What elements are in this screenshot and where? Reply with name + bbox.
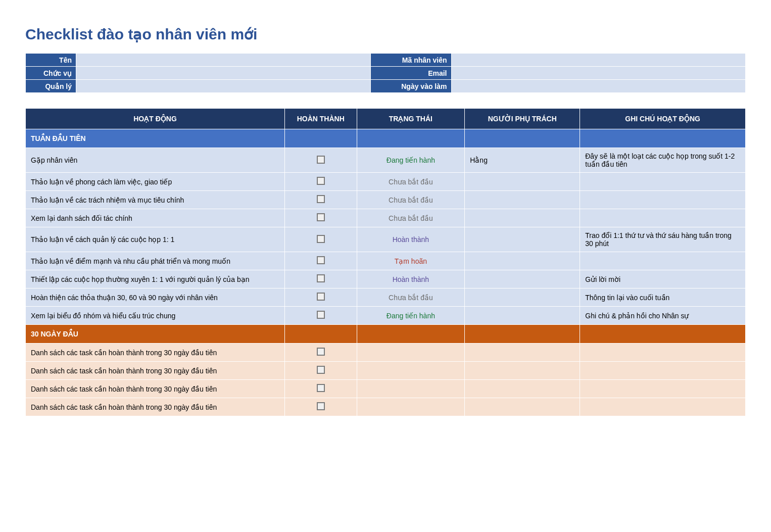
- table-row: Danh sách các task cần hoàn thành trong …: [26, 380, 746, 398]
- table-row: Xem lại biểu đồ nhóm và hiểu cấu trúc ch…: [26, 307, 746, 325]
- cell-notes: Trao đổi 1:1 thứ tư và thứ sáu hàng tuần…: [580, 227, 746, 252]
- cell-notes: Thông tin lại vào cuối tuần: [580, 288, 746, 307]
- label-code: Mã nhân viên: [370, 54, 451, 67]
- section-cell: [465, 325, 580, 344]
- cell-complete: [285, 252, 357, 270]
- cell-notes: [580, 173, 746, 191]
- cell-activity: Thảo luận về các trách nhiệm và mục tiêu…: [26, 191, 285, 209]
- cell-status: Hoàn thành: [357, 227, 465, 252]
- status-text: Đang tiến hành: [387, 156, 435, 164]
- section-label: TUẦN ĐẦU TIÊN: [26, 129, 285, 148]
- section-cell: [357, 129, 465, 148]
- table-row: Thiết lập các cuộc họp thường xuyên 1: 1…: [26, 270, 746, 288]
- cell-activity: Thiết lập các cuộc họp thường xuyên 1: 1…: [26, 270, 285, 288]
- status-text: Chưa bắt đầu: [389, 178, 433, 186]
- cell-activity: Hoàn thiện các thỏa thuận 30, 60 và 90 n…: [26, 288, 285, 307]
- label-email: Email: [370, 67, 451, 80]
- table-row: Thảo luận về các trách nhiệm và mục tiêu…: [26, 191, 746, 209]
- checkbox-icon[interactable]: [317, 213, 325, 221]
- cell-complete: [285, 398, 357, 416]
- cell-activity: Xem lại biểu đồ nhóm và hiểu cấu trúc ch…: [26, 307, 285, 325]
- section-cell: [285, 129, 357, 148]
- value-code[interactable]: [451, 54, 746, 67]
- cell-activity: Thảo luận về phong cách làm việc, giao t…: [26, 173, 285, 191]
- cell-notes: [580, 380, 746, 398]
- value-manager[interactable]: [76, 80, 371, 93]
- cell-responsible: [465, 227, 580, 252]
- cell-responsible: [465, 270, 580, 288]
- section-header: TUẦN ĐẦU TIÊN: [26, 129, 746, 148]
- table-row: Hoàn thiện các thỏa thuận 30, 60 và 90 n…: [26, 288, 746, 307]
- section-label: 30 NGÀY ĐẦU: [26, 325, 285, 344]
- checkbox-icon[interactable]: [317, 256, 325, 264]
- cell-complete: [285, 270, 357, 288]
- cell-responsible: Hằng: [465, 148, 580, 173]
- table-row: Danh sách các task cần hoàn thành trong …: [26, 362, 746, 380]
- status-text: Hoàn thành: [393, 275, 429, 283]
- value-email[interactable]: [451, 67, 746, 80]
- table-row: Thảo luận về cách quản lý các cuộc họp 1…: [26, 227, 746, 252]
- cell-complete: [285, 288, 357, 307]
- cell-responsible: [465, 191, 580, 209]
- header-notes: GHI CHÚ HOẠT ĐỘNG: [580, 109, 746, 129]
- cell-responsible: [465, 252, 580, 270]
- cell-responsible: [465, 307, 580, 325]
- table-row: Danh sách các task cần hoàn thành trong …: [26, 398, 746, 416]
- cell-activity: Thảo luận về cách quản lý các cuộc họp 1…: [26, 227, 285, 252]
- table-row: Xem lại danh sách đối tác chínhChưa bắt …: [26, 209, 746, 227]
- value-position[interactable]: [76, 67, 371, 80]
- cell-notes: Ghi chú & phản hồi cho Nhân sự: [580, 307, 746, 325]
- checkbox-icon[interactable]: [317, 348, 325, 356]
- cell-activity: Danh sách các task cần hoàn thành trong …: [26, 344, 285, 362]
- cell-status: Chưa bắt đầu: [357, 173, 465, 191]
- checkbox-icon[interactable]: [317, 235, 325, 243]
- header-responsible: NGƯỜI PHỤ TRÁCH: [465, 109, 580, 129]
- cell-complete: [285, 227, 357, 252]
- checkbox-icon[interactable]: [317, 384, 325, 392]
- value-startdate[interactable]: [451, 80, 746, 93]
- status-text: Hoàn thành: [393, 235, 429, 244]
- cell-status: Đang tiến hành: [357, 307, 465, 325]
- status-text: Đang tiến hành: [387, 312, 435, 320]
- page-title: Checklist đào tạo nhân viên mới: [25, 25, 746, 43]
- checkbox-icon[interactable]: [317, 274, 325, 282]
- cell-activity: Thảo luận về điểm mạnh và nhu cầu phát t…: [26, 252, 285, 270]
- checkbox-icon[interactable]: [317, 402, 325, 410]
- checkbox-icon[interactable]: [317, 195, 325, 203]
- cell-activity: Danh sách các task cần hoàn thành trong …: [26, 362, 285, 380]
- checklist-table: HOẠT ĐỘNG HOÀN THÀNH TRẠNG THÁI NGƯỜI PH…: [25, 108, 746, 416]
- header-complete: HOÀN THÀNH: [285, 109, 357, 129]
- cell-complete: [285, 191, 357, 209]
- cell-notes: [580, 191, 746, 209]
- table-row: Danh sách các task cần hoàn thành trong …: [26, 344, 746, 362]
- cell-complete: [285, 148, 357, 173]
- cell-notes: [580, 398, 746, 416]
- table-row: Thảo luận về điểm mạnh và nhu cầu phát t…: [26, 252, 746, 270]
- checkbox-icon[interactable]: [317, 311, 325, 319]
- label-position: Chức vụ: [26, 67, 76, 80]
- status-text: Tạm hoãn: [395, 257, 427, 265]
- cell-responsible: [465, 173, 580, 191]
- cell-status: [357, 362, 465, 380]
- cell-responsible: [465, 380, 580, 398]
- cell-responsible: [465, 344, 580, 362]
- checkbox-icon[interactable]: [317, 177, 325, 185]
- header-activity: HOẠT ĐỘNG: [26, 109, 285, 129]
- cell-status: Đang tiến hành: [357, 148, 465, 173]
- cell-activity: Gặp nhân viên: [26, 148, 285, 173]
- cell-notes: [580, 362, 746, 380]
- section-cell: [357, 325, 465, 344]
- cell-responsible: [465, 209, 580, 227]
- value-name[interactable]: [76, 54, 371, 67]
- cell-complete: [285, 173, 357, 191]
- cell-complete: [285, 362, 357, 380]
- checkbox-icon[interactable]: [317, 156, 325, 164]
- cell-complete: [285, 307, 357, 325]
- checkbox-icon[interactable]: [317, 366, 325, 374]
- checkbox-icon[interactable]: [317, 293, 325, 301]
- cell-status: Hoàn thành: [357, 270, 465, 288]
- cell-status: [357, 344, 465, 362]
- cell-activity: Xem lại danh sách đối tác chính: [26, 209, 285, 227]
- table-row: Thảo luận về phong cách làm việc, giao t…: [26, 173, 746, 191]
- section-cell: [465, 129, 580, 148]
